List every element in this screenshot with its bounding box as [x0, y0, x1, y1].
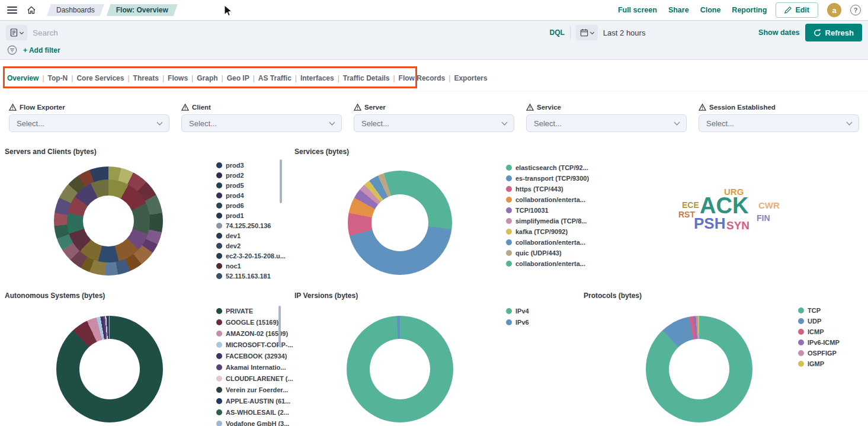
- protocols-donut-chart[interactable]: [646, 316, 752, 422]
- nav-link-core-services[interactable]: Core Services: [76, 74, 124, 82]
- nav-separator: |: [127, 74, 129, 82]
- tag-cwr[interactable]: CWR: [758, 201, 780, 210]
- select-flow-exporter[interactable]: Select...: [9, 114, 169, 132]
- legend-item[interactable]: https (TCP/443): [506, 184, 589, 194]
- show-dates-button[interactable]: Show dates: [758, 28, 799, 37]
- breadcrumb-flow-overview[interactable]: Flow: Overview: [107, 4, 178, 16]
- tag-rst[interactable]: RST: [678, 210, 695, 219]
- ip-versions-donut-chart[interactable]: [347, 316, 453, 422]
- nav-link-overview[interactable]: Overview: [7, 74, 39, 82]
- select-placeholder: Select...: [189, 119, 217, 128]
- select-service[interactable]: Select...: [526, 114, 687, 132]
- autonomous-systems-donut-chart[interactable]: [56, 316, 163, 422]
- topbar-action-share[interactable]: Share: [668, 6, 689, 14]
- legend-item[interactable]: prod6: [216, 200, 286, 210]
- legend-item[interactable]: kafka (TCP/9092): [506, 226, 589, 237]
- legend-item[interactable]: prod1: [216, 210, 286, 220]
- time-range-label[interactable]: Last 2 hours: [603, 28, 646, 37]
- select-placeholder: Select...: [361, 119, 389, 128]
- legend-item[interactable]: quic (UDP/443): [506, 248, 589, 258]
- legend-item[interactable]: collaboration/enterta...: [506, 258, 589, 269]
- topbar-action-clone[interactable]: Clone: [700, 6, 721, 14]
- legend-scrollbar[interactable]: [278, 306, 281, 347]
- legend-item[interactable]: prod5: [216, 180, 286, 190]
- legend-item[interactable]: collaboration/enterta...: [506, 237, 589, 248]
- legend-item[interactable]: IPv4: [506, 305, 529, 316]
- tag-syn[interactable]: SYN: [726, 220, 750, 231]
- home-icon[interactable]: [27, 5, 36, 15]
- legend-item[interactable]: PRIVATE: [216, 305, 293, 316]
- topbar-action-full-screen[interactable]: Full screen: [618, 6, 657, 14]
- legend-item[interactable]: Akamai Internatio...: [216, 361, 293, 373]
- nav-link-exporters[interactable]: Exporters: [454, 74, 487, 82]
- nav-link-geo-ip[interactable]: Geo IP: [227, 74, 249, 82]
- legend-label: Akamai Internatio...: [226, 364, 286, 371]
- edit-button[interactable]: Edit: [776, 2, 818, 18]
- legend-label: ICMP: [808, 328, 824, 335]
- nav-link-flows[interactable]: Flows: [168, 74, 188, 82]
- nav-link-threats[interactable]: Threats: [133, 74, 159, 82]
- legend-item[interactable]: prod4: [216, 190, 286, 200]
- legend-scrollbar[interactable]: [280, 159, 282, 203]
- legend-item[interactable]: IPv6-ICMP: [798, 337, 840, 348]
- legend-item[interactable]: prod3: [216, 160, 286, 170]
- help-icon[interactable]: ?: [850, 5, 861, 15]
- legend-item[interactable]: es-transport (TCP/9300): [506, 173, 589, 184]
- tag-fin[interactable]: FIN: [757, 214, 770, 222]
- menu-icon[interactable]: [7, 7, 17, 14]
- legend-item[interactable]: ec2-3-20-15-208.u...: [216, 251, 286, 261]
- legend-item[interactable]: prod2: [216, 170, 286, 180]
- legend-item[interactable]: elasticsearch (TCP/92...: [506, 162, 589, 173]
- nav-link-flow-records[interactable]: Flow Records: [399, 74, 446, 82]
- legend-item[interactable]: OSPFIGP: [798, 348, 840, 358]
- filter-icon[interactable]: [7, 45, 17, 55]
- legend-item[interactable]: simplifymedia (TCP/8...: [506, 216, 589, 226]
- legend-item[interactable]: GOOGLE (15169): [216, 316, 293, 328]
- servers-clients-sunburst-chart[interactable]: [54, 166, 163, 276]
- breadcrumb-dashboards[interactable]: Dashboards: [47, 4, 104, 16]
- tag-ece[interactable]: ECE: [682, 201, 699, 209]
- add-filter-button[interactable]: + Add filter: [23, 46, 60, 55]
- query-language-button[interactable]: DQL: [550, 28, 565, 37]
- nav-link-top-n[interactable]: Top-N: [48, 74, 68, 82]
- legend-item[interactable]: TCP/10031: [506, 205, 589, 216]
- legend-item[interactable]: IPv6: [506, 316, 529, 328]
- legend-item[interactable]: FACEBOOK (32934): [216, 350, 293, 361]
- select-session-established[interactable]: Select...: [699, 114, 859, 132]
- topbar-action-reporting[interactable]: Reporting: [732, 6, 767, 14]
- legend-item[interactable]: IGMP: [798, 358, 840, 369]
- legend-item[interactable]: UDP: [798, 316, 840, 326]
- tag-ack[interactable]: ACK: [700, 194, 748, 217]
- legend-item[interactable]: AS-WHOLESAIL (2...: [216, 406, 293, 418]
- legend-item[interactable]: Verein zur Foerder...: [216, 384, 293, 395]
- select-server[interactable]: Select...: [354, 114, 514, 132]
- legend-item[interactable]: ICMP: [798, 326, 840, 337]
- saved-query-button[interactable]: [6, 25, 27, 40]
- control-label: Server: [354, 104, 514, 111]
- legend-item[interactable]: 74.125.250.136: [216, 220, 286, 230]
- legend-item[interactable]: dev2: [216, 241, 286, 251]
- legend-item[interactable]: APPLE-AUSTIN (61...: [216, 395, 293, 406]
- nav-link-traffic-details[interactable]: Traffic Details: [343, 74, 390, 82]
- legend-item[interactable]: AMAZON-02 (16509): [216, 328, 293, 339]
- nav-link-interfaces[interactable]: Interfaces: [300, 74, 334, 82]
- legend-item[interactable]: 52.115.163.181: [216, 271, 286, 281]
- nav-link-graph[interactable]: Graph: [197, 74, 217, 82]
- nav-link-as-traffic[interactable]: AS Traffic: [258, 74, 292, 82]
- legend-item[interactable]: noc1: [216, 261, 286, 271]
- legend-dot: [798, 318, 804, 324]
- legend-item[interactable]: Vodafone GmbH (3...: [216, 418, 293, 426]
- avatar[interactable]: a: [827, 3, 841, 17]
- legend-item[interactable]: collaboration/enterta...: [506, 194, 589, 205]
- select-client[interactable]: Select...: [181, 114, 342, 132]
- search-input[interactable]: [33, 28, 544, 37]
- legend-item[interactable]: MICROSOFT-CORP-...: [216, 339, 293, 350]
- legend-item[interactable]: TCP: [798, 305, 840, 316]
- services-donut-chart[interactable]: [348, 171, 452, 275]
- legend-item[interactable]: CLOUDFLARENET (...: [216, 373, 293, 384]
- tag-psh[interactable]: PSH: [694, 216, 725, 231]
- date-picker-button[interactable]: [576, 25, 598, 40]
- refresh-button[interactable]: Refresh: [805, 24, 862, 41]
- panel-ip-versions: IP Versions (bytes) IPv4IPv6: [294, 290, 579, 426]
- legend-item[interactable]: dev1: [216, 230, 286, 241]
